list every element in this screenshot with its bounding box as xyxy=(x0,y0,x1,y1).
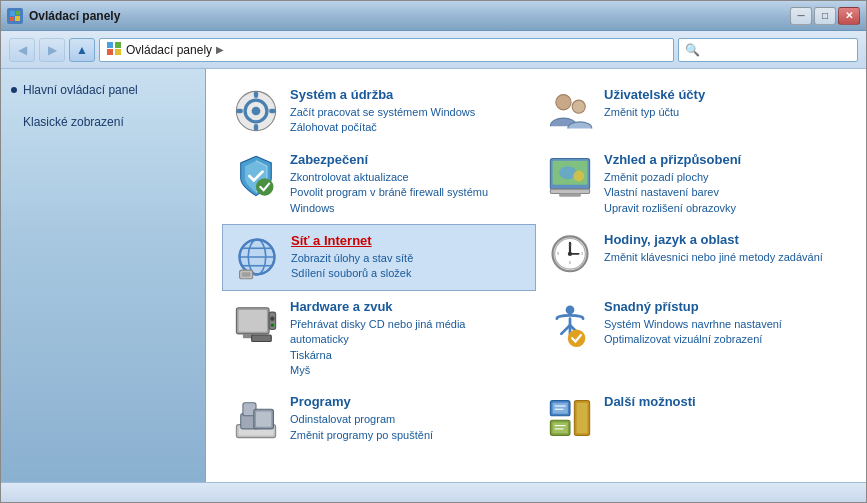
panel-subtitle-link-clock[interactable]: Změnit klávesnici nebo jiné metody zadáv… xyxy=(604,250,840,265)
title-bar: Ovládací panely ─ □ ✕ xyxy=(1,1,866,31)
panel-icon-security xyxy=(232,152,280,200)
svg-rect-6 xyxy=(107,49,113,55)
breadcrumb-text: Ovládací panely xyxy=(126,43,212,57)
panel-subtitles-appearance: Změnit pozadí plochyVlastní nastavení ba… xyxy=(604,170,840,216)
svg-point-29 xyxy=(240,239,275,274)
svg-rect-12 xyxy=(254,124,258,131)
panel-subtitles-programs: Odinstalovat programZměnit programy po s… xyxy=(290,412,526,443)
panel-text-more: Další možnosti xyxy=(604,394,840,412)
svg-rect-0 xyxy=(10,11,15,16)
svg-rect-23 xyxy=(559,193,581,196)
panel-subtitle-link-appearance[interactable]: Vlastní nastavení barev xyxy=(604,185,840,200)
panel-subtitles-system: Začít pracovat se systémem WindowsZáloho… xyxy=(290,105,526,136)
panel-icon-system xyxy=(232,87,280,135)
panel-icon-more xyxy=(546,394,594,442)
panel-icon-network xyxy=(233,233,281,281)
panel-text-programs: ProgramyOdinstalovat programZměnit progr… xyxy=(290,394,526,443)
maximize-button[interactable]: □ xyxy=(814,7,836,25)
panel-subtitle-link-programs[interactable]: Odinstalovat program xyxy=(290,412,526,427)
sidebar-item-main[interactable]: Hlavní ovládací panel xyxy=(11,81,195,99)
panel-subtitle-link-network[interactable]: Zobrazit úlohy a stav sítě xyxy=(291,251,525,266)
svg-rect-4 xyxy=(107,42,113,48)
panel-item-appearance[interactable]: Vzhled a přizpůsobeníZměnit pozadí ploch… xyxy=(536,144,850,224)
close-button[interactable]: ✕ xyxy=(838,7,860,25)
content-area: Systém a údržbaZačít pracovat se systéme… xyxy=(206,69,866,482)
back-button[interactable]: ◀ xyxy=(9,38,35,62)
search-box[interactable]: 🔍 xyxy=(678,38,858,62)
svg-rect-55 xyxy=(256,412,271,427)
svg-rect-42 xyxy=(239,310,267,332)
main-window: Ovládací panely ─ □ ✕ ◀ ▶ ▲ Ovládací pan… xyxy=(0,0,867,503)
svg-text:6: 6 xyxy=(569,261,571,265)
panel-title-more[interactable]: Další možnosti xyxy=(604,394,840,409)
panel-text-users: Uživatelské účtyZměnit typ účtu xyxy=(604,87,840,120)
panel-title-security[interactable]: Zabezpečení xyxy=(290,152,526,167)
svg-text:12: 12 xyxy=(568,243,572,247)
panel-item-security[interactable]: ZabezpečeníZkontrolovat aktualizacePovol… xyxy=(222,144,536,224)
panel-subtitle-link-accessibility[interactable]: Optimalizovat vizuální zobrazení xyxy=(604,332,840,347)
panel-title-system[interactable]: Systém a údržba xyxy=(290,87,526,102)
panel-subtitle-link-appearance[interactable]: Upravit rozlišení obrazovky xyxy=(604,201,840,216)
search-icon: 🔍 xyxy=(685,43,700,57)
panel-title-accessibility[interactable]: Snadný přístup xyxy=(604,299,840,314)
svg-rect-65 xyxy=(577,403,588,434)
status-bar xyxy=(1,482,866,502)
sidebar-item-classic[interactable]: Klasické zobrazení xyxy=(11,113,195,131)
minimize-button[interactable]: ─ xyxy=(790,7,812,25)
panel-subtitle-link-network[interactable]: Sdílení souborů a složek xyxy=(291,266,525,281)
panel-title-hardware[interactable]: Hardware a zvuk xyxy=(290,299,526,314)
svg-rect-14 xyxy=(269,109,276,113)
sidebar-spacer xyxy=(11,99,195,113)
svg-point-48 xyxy=(566,305,575,314)
svg-rect-31 xyxy=(242,272,251,276)
panel-title-programs[interactable]: Programy xyxy=(290,394,526,409)
panel-item-users[interactable]: Uživatelské účtyZměnit typ účtu xyxy=(536,79,850,144)
svg-rect-11 xyxy=(254,91,258,98)
panel-item-system[interactable]: Systém a údržbaZačít pracovat se systéme… xyxy=(222,79,536,144)
svg-rect-1 xyxy=(16,11,20,15)
svg-rect-2 xyxy=(10,17,14,21)
panel-subtitle-link-hardware[interactable]: Přehrávat disky CD nebo jiná média autom… xyxy=(290,317,526,348)
panel-title-appearance[interactable]: Vzhled a přizpůsobení xyxy=(604,152,840,167)
svg-point-45 xyxy=(271,323,274,326)
svg-rect-13 xyxy=(236,109,243,113)
panel-text-accessibility: Snadný přístupSystém Windows navrhne nas… xyxy=(604,299,840,348)
panel-title-users[interactable]: Uživatelské účty xyxy=(604,87,840,102)
panel-subtitle-link-security[interactable]: Zkontrolovat aktualizace xyxy=(290,170,526,185)
panel-subtitle-link-programs[interactable]: Změnit programy po spuštění xyxy=(290,428,526,443)
bullet-icon xyxy=(11,87,17,93)
sidebar-main-label[interactable]: Hlavní ovládací panel xyxy=(23,83,138,97)
panel-subtitle-link-appearance[interactable]: Změnit pozadí plochy xyxy=(604,170,840,185)
panel-title-network[interactable]: Síť a Internet xyxy=(291,233,525,248)
svg-rect-61 xyxy=(553,423,568,434)
panel-subtitle-link-users[interactable]: Změnit typ účtu xyxy=(604,105,840,120)
forward-button[interactable]: ▶ xyxy=(39,38,65,62)
panel-item-hardware[interactable]: Hardware a zvukPřehrávat disky CD nebo j… xyxy=(222,291,536,387)
panel-item-more[interactable]: Další možnosti xyxy=(536,386,850,451)
panel-subtitle-link-system[interactable]: Začít pracovat se systémem Windows xyxy=(290,105,526,120)
panel-title-clock[interactable]: Hodiny, jazyk a oblast xyxy=(604,232,840,247)
panel-subtitle-link-system[interactable]: Zálohovat počítač xyxy=(290,120,526,135)
panel-subtitles-network: Zobrazit úlohy a stav sítěSdílení soubor… xyxy=(291,251,525,282)
panel-subtitle-link-hardware[interactable]: Myš xyxy=(290,363,526,378)
title-bar-left: Ovládací panely xyxy=(7,8,120,24)
svg-rect-3 xyxy=(15,16,20,21)
svg-rect-7 xyxy=(115,49,121,55)
up-button[interactable]: ▲ xyxy=(69,38,95,62)
panel-subtitle-link-accessibility[interactable]: Systém Windows navrhne nastavení xyxy=(604,317,840,332)
svg-text:3: 3 xyxy=(581,252,583,256)
breadcrumb-icon xyxy=(106,40,122,59)
panel-icon-accessibility xyxy=(546,299,594,347)
svg-point-21 xyxy=(573,170,584,181)
panel-item-clock[interactable]: 12 3 6 9 Hodiny, jazyk a oblastZměnit kl… xyxy=(536,224,850,291)
panel-subtitle-link-security[interactable]: Povolit program v bráně firewall systému… xyxy=(290,185,526,216)
svg-rect-57 xyxy=(553,403,568,414)
panel-subtitle-link-hardware[interactable]: Tiskárna xyxy=(290,348,526,363)
sidebar-classic-label[interactable]: Klasické zobrazení xyxy=(23,115,124,129)
main-area: Hlavní ovládací panel Klasické zobrazení… xyxy=(1,69,866,482)
panel-subtitles-users: Změnit typ účtu xyxy=(604,105,840,120)
panel-item-programs[interactable]: ProgramyOdinstalovat programZměnit progr… xyxy=(222,386,536,451)
panel-item-network[interactable]: Síť a InternetZobrazit úlohy a stav sítě… xyxy=(222,224,536,291)
panel-item-accessibility[interactable]: Snadný přístupSystém Windows navrhne nas… xyxy=(536,291,850,387)
panel-text-security: ZabezpečeníZkontrolovat aktualizacePovol… xyxy=(290,152,526,216)
